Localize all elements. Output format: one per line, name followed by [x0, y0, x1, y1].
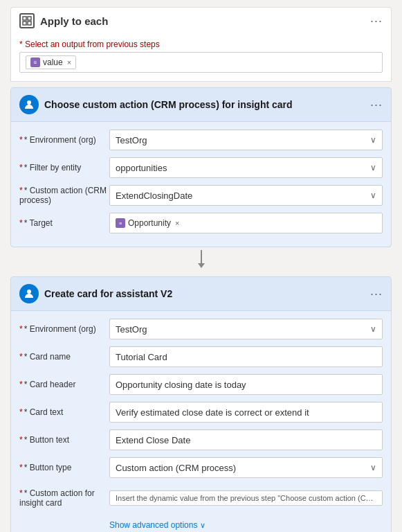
action2-env-row: ** Environment (org) TestOrg ∨ [19, 318, 383, 340]
action2-cardname-row: ** Card name Tutorial Card [19, 346, 383, 368]
action2-title: Create card for assistant V2 [44, 288, 172, 299]
action2-env-arrow: ∨ [370, 324, 376, 334]
action2-insightaction-row: ** Custom action for insight card Insert… [19, 484, 383, 512]
opportunity-close[interactable]: × [175, 219, 179, 227]
action2-cardname-control[interactable]: Tutorial Card [109, 346, 383, 367]
advanced-options[interactable]: Show advanced options ∨ [109, 517, 383, 532]
action2-cardheader-value: Opportunity closing date is today [116, 380, 376, 390]
opportunity-icon: ≡ [116, 218, 125, 228]
action1-filter-row: ** Filter by entity opportunities ∨ [19, 157, 383, 179]
action1-target-label: ** Target [19, 218, 109, 228]
action1-custom-label: ** Custom action (CRM process) [19, 186, 109, 205]
action2-cardheader-label: ** Card header [19, 380, 109, 389]
action2-btntype-row: ** Button type Custom action (CRM proces… [19, 456, 383, 479]
action2-btntext-control[interactable]: Extend Close Date [109, 429, 383, 450]
action1-filter-arrow: ∨ [370, 163, 376, 172]
action2-env-label: ** Environment (org) [19, 324, 109, 334]
action1-custom-arrow: ∨ [370, 190, 376, 200]
action2-insightaction-control[interactable]: Insert the dynamic value from the previo… [109, 490, 383, 506]
action1-custom-value: ExtendClosingDate [116, 190, 367, 201]
apply-dots-menu[interactable]: ··· [370, 14, 383, 28]
action1-env-row: ** Environment (org) TestOrg ∨ [19, 129, 383, 151]
svg-rect-3 [28, 21, 31, 25]
action1-filter-control[interactable]: opportunities ∨ [109, 157, 383, 178]
action-block2-header: Create card for assistant V2 ··· [11, 277, 391, 311]
action2-btntype-arrow: ∨ [370, 463, 376, 472]
action2-btntype-label: ** Button type [19, 463, 109, 472]
action2-insightaction-label: ** Custom action for insight card [19, 488, 109, 508]
action1-icon [19, 95, 39, 114]
action2-cardname-label: ** Card name [19, 352, 109, 362]
action2-form: ** Environment (org) TestOrg ∨ ** Card n… [11, 311, 391, 532]
advanced-chevron-icon: ∨ [200, 521, 205, 530]
connector [198, 249, 205, 269]
svg-point-5 [27, 290, 31, 294]
svg-point-4 [27, 100, 31, 105]
action1-env-label: ** Environment (org) [19, 135, 109, 145]
svg-rect-2 [23, 21, 26, 25]
opportunity-tag: ≡ Opportunity × [116, 218, 179, 228]
action1-env-value: TestOrg [116, 135, 367, 145]
action1-custom-row: ** Custom action (CRM process) ExtendClo… [19, 184, 383, 206]
action2-icon [19, 284, 39, 303]
action1-filter-value: opportunities [116, 163, 367, 173]
action-block1-header: Choose custom action (CRM process) for i… [11, 88, 391, 122]
apply-to-each-header: Apply to each ··· [10, 7, 392, 34]
action1-dots-menu[interactable]: ··· [370, 98, 383, 112]
value-tag: value × [26, 55, 76, 69]
action1-target-control[interactable]: ≡ Opportunity × [109, 213, 383, 233]
action2-cardheader-row: ** Card header Opportunity closing date … [19, 373, 383, 396]
action2-btntext-label: ** Button text [19, 435, 109, 445]
action2-btntype-value: Custom action (CRM process) [116, 463, 367, 473]
connector-line [201, 250, 202, 264]
action2-btntext-row: ** Button text Extend Close Date [19, 429, 383, 451]
tag-icon [30, 57, 40, 67]
action1-form: ** Environment (org) TestOrg ∨ ** Filter… [11, 122, 391, 247]
select-output-input[interactable]: value × [19, 52, 383, 73]
action2-btntext-value: Extend Close Date [116, 435, 376, 445]
action2-cardtext-row: ** Card text Verify estimated close date… [19, 401, 383, 423]
action2-cardname-value: Tutorial Card [116, 352, 376, 362]
action2-cardtext-label: ** Card text [19, 407, 109, 417]
tag-close[interactable]: × [67, 58, 71, 66]
tag-text: value [43, 57, 63, 67]
svg-rect-0 [23, 17, 26, 20]
apply-title: Apply to each [40, 15, 108, 27]
select-output-section: * Select an output from previous steps v… [10, 34, 392, 82]
connector-arrow [198, 263, 205, 268]
svg-rect-1 [28, 17, 31, 20]
action1-filter-label: ** Filter by entity [19, 163, 109, 172]
action2-env-value: TestOrg [116, 324, 367, 335]
action2-cardtext-value: Verify estimated close date is correct o… [116, 407, 376, 418]
advanced-options-label: Show advanced options [109, 520, 197, 530]
action2-dots-menu[interactable]: ··· [370, 287, 383, 301]
action1-custom-control[interactable]: ExtendClosingDate ∨ [109, 185, 383, 206]
action1-target-row: ** Target ≡ Opportunity × [19, 212, 383, 234]
action-block-create-card: Create card for assistant V2 ··· ** Envi… [10, 276, 392, 532]
action1-title: Choose custom action (CRM process) for i… [44, 99, 293, 110]
select-output-label: * Select an output from previous steps [19, 39, 383, 49]
action2-cardtext-control[interactable]: Verify estimated close date is correct o… [109, 402, 383, 423]
action-block-choose-custom: Choose custom action (CRM process) for i… [10, 87, 392, 247]
action2-env-control[interactable]: TestOrg ∨ [109, 319, 383, 339]
action1-env-control[interactable]: TestOrg ∨ [109, 130, 383, 150]
action1-env-arrow: ∨ [370, 135, 376, 145]
apply-icon [19, 13, 35, 28]
action2-cardheader-control[interactable]: Opportunity closing date is today [109, 374, 383, 395]
opportunity-text: Opportunity [128, 218, 171, 228]
action2-btntype-control[interactable]: Custom action (CRM process) ∨ [109, 457, 383, 478]
